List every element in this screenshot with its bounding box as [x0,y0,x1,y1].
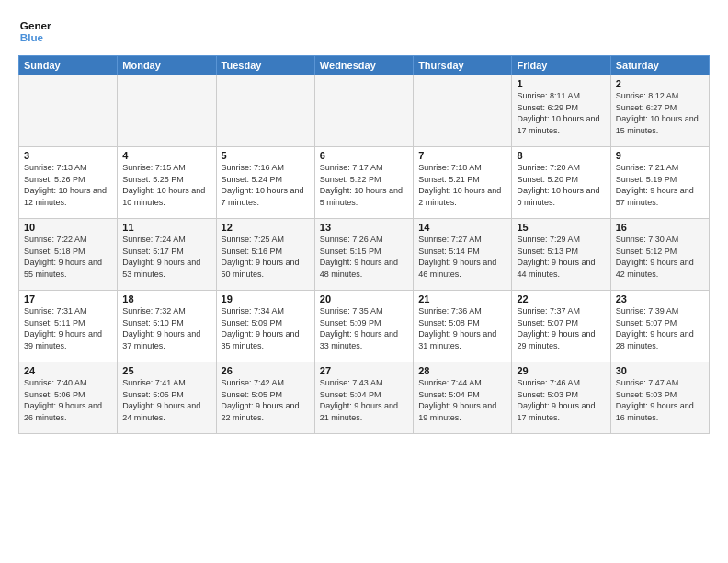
logo-icon: General Blue [18,15,51,48]
day-info: Sunrise: 7:16 AM Sunset: 5:24 PM Dayligh… [222,162,310,208]
day-number: 22 [517,293,605,304]
day-number: 21 [418,293,506,304]
day-info: Sunrise: 7:30 AM Sunset: 5:12 PM Dayligh… [616,234,704,280]
calendar-week-3: 10Sunrise: 7:22 AM Sunset: 5:18 PM Dayli… [19,219,710,291]
day-info: Sunrise: 7:39 AM Sunset: 5:07 PM Dayligh… [616,305,704,351]
calendar-header-wednesday: Wednesday [314,56,413,75]
calendar-cell: 6Sunrise: 7:17 AM Sunset: 5:22 PM Daylig… [314,147,413,219]
calendar-cell: 3Sunrise: 7:13 AM Sunset: 5:26 PM Daylig… [19,147,118,219]
day-info: Sunrise: 7:43 AM Sunset: 5:04 PM Dayligh… [320,377,408,423]
day-info: Sunrise: 8:11 AM Sunset: 6:29 PM Dayligh… [517,90,605,136]
day-info: Sunrise: 7:42 AM Sunset: 5:05 PM Dayligh… [222,377,310,423]
calendar-cell: 4Sunrise: 7:15 AM Sunset: 5:25 PM Daylig… [118,147,216,219]
day-info: Sunrise: 7:36 AM Sunset: 5:08 PM Dayligh… [418,305,506,351]
calendar-cell [118,75,216,147]
calendar-cell: 2Sunrise: 8:12 AM Sunset: 6:27 PM Daylig… [610,75,709,147]
calendar-table: SundayMondayTuesdayWednesdayThursdayFrid… [18,55,710,434]
header: General Blue [18,15,710,48]
calendar-cell: 9Sunrise: 7:21 AM Sunset: 5:19 PM Daylig… [610,147,709,219]
day-info: Sunrise: 7:27 AM Sunset: 5:14 PM Dayligh… [418,234,506,280]
day-info: Sunrise: 7:15 AM Sunset: 5:25 PM Dayligh… [122,162,210,208]
calendar-cell: 7Sunrise: 7:18 AM Sunset: 5:21 PM Daylig… [414,147,512,219]
day-info: Sunrise: 7:47 AM Sunset: 5:03 PM Dayligh… [616,377,704,423]
svg-text:General: General [20,19,51,31]
day-number: 2 [616,78,704,89]
logo: General Blue [18,15,55,48]
calendar-cell [19,75,118,147]
day-number: 17 [24,293,112,304]
day-number: 26 [222,365,310,376]
calendar-cell: 24Sunrise: 7:40 AM Sunset: 5:06 PM Dayli… [19,362,118,434]
calendar-cell: 20Sunrise: 7:35 AM Sunset: 5:09 PM Dayli… [314,291,413,362]
calendar-cell [314,75,413,147]
calendar-header-monday: Monday [118,56,216,75]
day-info: Sunrise: 7:41 AM Sunset: 5:05 PM Dayligh… [122,377,210,423]
calendar-header-friday: Friday [512,56,610,75]
calendar-cell: 5Sunrise: 7:16 AM Sunset: 5:24 PM Daylig… [216,147,314,219]
day-number: 20 [320,293,408,304]
day-info: Sunrise: 7:21 AM Sunset: 5:19 PM Dayligh… [616,162,704,208]
calendar-cell: 11Sunrise: 7:24 AM Sunset: 5:17 PM Dayli… [118,219,216,291]
day-number: 28 [418,365,506,376]
day-info: Sunrise: 7:17 AM Sunset: 5:22 PM Dayligh… [320,162,408,208]
calendar-cell: 27Sunrise: 7:43 AM Sunset: 5:04 PM Dayli… [314,362,413,434]
day-info: Sunrise: 7:31 AM Sunset: 5:11 PM Dayligh… [24,305,112,351]
day-number: 16 [616,222,704,233]
day-number: 7 [418,150,506,161]
day-number: 5 [222,150,310,161]
day-info: Sunrise: 7:40 AM Sunset: 5:06 PM Dayligh… [24,377,112,423]
day-info: Sunrise: 7:35 AM Sunset: 5:09 PM Dayligh… [320,305,408,351]
day-number: 1 [517,78,605,89]
calendar-cell: 14Sunrise: 7:27 AM Sunset: 5:14 PM Dayli… [414,219,512,291]
day-number: 15 [517,222,605,233]
day-info: Sunrise: 7:24 AM Sunset: 5:17 PM Dayligh… [122,234,210,280]
calendar-cell: 29Sunrise: 7:46 AM Sunset: 5:03 PM Dayli… [512,362,610,434]
calendar-header-sunday: Sunday [19,56,118,75]
calendar-cell: 21Sunrise: 7:36 AM Sunset: 5:08 PM Dayli… [414,291,512,362]
day-number: 13 [320,222,408,233]
day-info: Sunrise: 7:22 AM Sunset: 5:18 PM Dayligh… [24,234,112,280]
calendar-cell: 26Sunrise: 7:42 AM Sunset: 5:05 PM Dayli… [216,362,314,434]
day-info: Sunrise: 7:29 AM Sunset: 5:13 PM Dayligh… [517,234,605,280]
day-number: 23 [616,293,704,304]
calendar-cell: 16Sunrise: 7:30 AM Sunset: 5:12 PM Dayli… [610,219,709,291]
calendar-cell: 8Sunrise: 7:20 AM Sunset: 5:20 PM Daylig… [512,147,610,219]
calendar-cell [216,75,314,147]
day-number: 30 [616,365,704,376]
day-number: 29 [517,365,605,376]
calendar-cell: 1Sunrise: 8:11 AM Sunset: 6:29 PM Daylig… [512,75,610,147]
day-info: Sunrise: 7:34 AM Sunset: 5:09 PM Dayligh… [222,305,310,351]
calendar-week-4: 17Sunrise: 7:31 AM Sunset: 5:11 PM Dayli… [19,291,710,362]
calendar-cell: 12Sunrise: 7:25 AM Sunset: 5:16 PM Dayli… [216,219,314,291]
day-number: 24 [24,365,112,376]
day-info: Sunrise: 7:46 AM Sunset: 5:03 PM Dayligh… [517,377,605,423]
day-number: 3 [24,150,112,161]
calendar-week-5: 24Sunrise: 7:40 AM Sunset: 5:06 PM Dayli… [19,362,710,434]
day-number: 27 [320,365,408,376]
day-number: 10 [24,222,112,233]
calendar-cell: 18Sunrise: 7:32 AM Sunset: 5:10 PM Dayli… [118,291,216,362]
calendar-cell: 19Sunrise: 7:34 AM Sunset: 5:09 PM Dayli… [216,291,314,362]
calendar-cell: 30Sunrise: 7:47 AM Sunset: 5:03 PM Dayli… [610,362,709,434]
day-info: Sunrise: 7:25 AM Sunset: 5:16 PM Dayligh… [222,234,310,280]
calendar-cell: 13Sunrise: 7:26 AM Sunset: 5:15 PM Dayli… [314,219,413,291]
day-number: 9 [616,150,704,161]
day-info: Sunrise: 7:13 AM Sunset: 5:26 PM Dayligh… [24,162,112,208]
page: General Blue SundayMondayTuesdayWednesda… [0,0,728,563]
calendar-cell: 23Sunrise: 7:39 AM Sunset: 5:07 PM Dayli… [610,291,709,362]
day-info: Sunrise: 8:12 AM Sunset: 6:27 PM Dayligh… [616,90,704,136]
calendar-cell: 22Sunrise: 7:37 AM Sunset: 5:07 PM Dayli… [512,291,610,362]
day-number: 6 [320,150,408,161]
day-number: 8 [517,150,605,161]
calendar-header-tuesday: Tuesday [216,56,314,75]
calendar-cell: 15Sunrise: 7:29 AM Sunset: 5:13 PM Dayli… [512,219,610,291]
calendar-week-2: 3Sunrise: 7:13 AM Sunset: 5:26 PM Daylig… [19,147,710,219]
day-info: Sunrise: 7:44 AM Sunset: 5:04 PM Dayligh… [418,377,506,423]
day-number: 19 [222,293,310,304]
calendar-header-saturday: Saturday [610,56,709,75]
day-number: 14 [418,222,506,233]
day-info: Sunrise: 7:18 AM Sunset: 5:21 PM Dayligh… [418,162,506,208]
calendar-cell: 25Sunrise: 7:41 AM Sunset: 5:05 PM Dayli… [118,362,216,434]
day-number: 12 [222,222,310,233]
calendar-cell: 28Sunrise: 7:44 AM Sunset: 5:04 PM Dayli… [414,362,512,434]
